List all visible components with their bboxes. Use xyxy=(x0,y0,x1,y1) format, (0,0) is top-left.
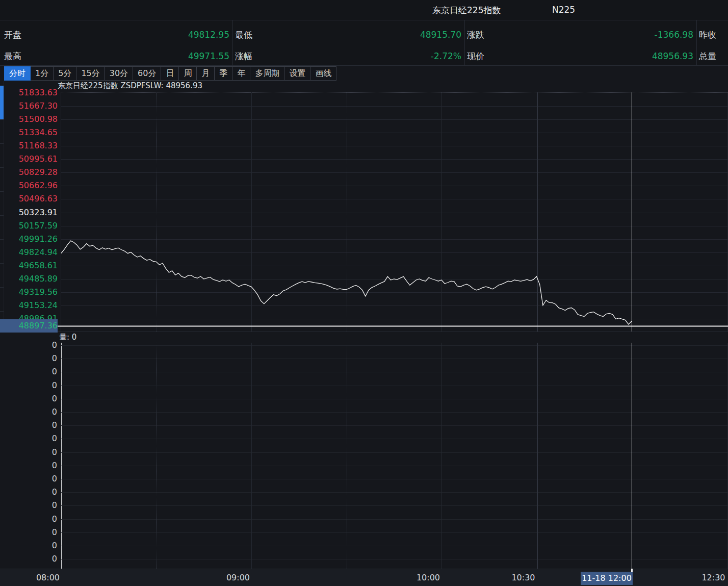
gridline-v xyxy=(251,343,252,569)
period-tab[interactable]: 多周期 xyxy=(250,66,284,81)
period-tab[interactable]: 设置 xyxy=(284,66,310,81)
gridline-h xyxy=(61,345,728,346)
price-pane-top-border xyxy=(61,92,728,93)
period-tab[interactable]: 周 xyxy=(179,66,197,81)
left-scrollbar-segment xyxy=(0,191,4,192)
price-tick-label: 49485.89 xyxy=(0,274,58,284)
volume-pane-left-axis xyxy=(61,343,62,569)
volume-tick-label: 0 xyxy=(0,500,57,511)
gridline-v xyxy=(157,343,157,569)
index-name: 东京日经225指数 xyxy=(432,5,501,16)
quote-field-label: 昨收 xyxy=(699,28,716,41)
period-tab[interactable]: 季 xyxy=(215,66,232,81)
period-tab[interactable]: 画线 xyxy=(310,66,336,81)
volume-tick-label: 0 xyxy=(0,461,57,471)
chart-title-text: 东京日经225指数 ZSDPFSLW: 48956.93 xyxy=(58,81,202,90)
period-tab[interactable]: 分时 xyxy=(4,66,31,81)
volume-value-text: 量: 0 xyxy=(59,333,76,342)
period-tab[interactable]: 年 xyxy=(232,66,250,81)
gridline-h xyxy=(61,146,728,146)
period-tab[interactable]: 30分 xyxy=(105,66,133,81)
gridline-v xyxy=(441,92,442,332)
period-tabbar: 分时1分5分15分30分60分日周月季年多周期设置画线 xyxy=(4,66,336,81)
price-pane-bottom-border xyxy=(0,332,728,332)
volume-tick-label: 0 xyxy=(0,527,57,538)
volume-tick-label: 0 xyxy=(0,514,57,524)
gridline-h xyxy=(61,172,728,173)
price-tick-label: 51334.65 xyxy=(0,128,58,138)
crosshair-time-label: 11-18 12:00 xyxy=(581,572,633,585)
crosshair-axis-tick xyxy=(631,569,633,572)
index-symbol-code: N225 xyxy=(552,5,575,15)
gridline-h xyxy=(61,133,728,133)
price-tick-label: 49153.24 xyxy=(0,300,58,311)
volume-tick-label: 0 xyxy=(0,407,57,417)
price-tick-label: 49824.94 xyxy=(0,247,58,258)
info-divider xyxy=(232,20,233,65)
volume-tick-label: 0 xyxy=(0,353,57,364)
gridline-h xyxy=(61,559,728,559)
period-tab[interactable]: 60分 xyxy=(133,66,161,81)
volume-tick-label: 0 xyxy=(0,474,57,484)
price-tick-label: 49658.61 xyxy=(0,261,58,271)
gridline-h xyxy=(61,479,728,479)
gridline-h xyxy=(61,492,728,493)
gridline-h xyxy=(61,359,728,359)
period-tab[interactable]: 月 xyxy=(197,66,215,81)
volume-tick-label: 0 xyxy=(0,554,57,564)
gridline-v xyxy=(537,92,538,332)
info-divider xyxy=(696,20,697,65)
time-tick-label: 08:00 xyxy=(36,573,60,583)
price-tick-label: 49319.56 xyxy=(0,287,58,297)
gridline-v xyxy=(251,92,252,332)
price-tick-label: 51667.30 xyxy=(0,101,58,111)
gridline-h xyxy=(61,439,728,439)
quote-field-value: 49971.55 xyxy=(35,49,229,63)
gridline-h xyxy=(61,386,728,386)
time-tick-label: 10:30 xyxy=(511,573,535,583)
gridline-v xyxy=(727,343,727,569)
volume-tick-label: 0 xyxy=(0,447,57,457)
price-tick-label: 50662.96 xyxy=(0,181,58,191)
volume-tick-label: 0 xyxy=(0,340,57,350)
gridline-h xyxy=(61,466,728,466)
crosshair-price-text: 48897.36 xyxy=(19,321,58,330)
gridline-h xyxy=(61,119,728,120)
volume-tick-label: 0 xyxy=(0,420,57,430)
quote-field-label: 现价 xyxy=(467,49,484,63)
gridline-h xyxy=(61,452,728,453)
price-tick-label: 51168.33 xyxy=(0,141,58,151)
volume-indicator-label: 量: 0 xyxy=(59,333,76,342)
price-tick-label: 50157.59 xyxy=(0,221,58,231)
gridline-h xyxy=(61,199,728,199)
volume-tick-label: 0 xyxy=(0,487,57,497)
crosshair-time-text: 11-18 12:00 xyxy=(582,573,632,583)
quote-field-value: 49812.95 xyxy=(35,28,229,41)
volume-tick-label: 0 xyxy=(0,541,57,551)
price-tick-label: 51833.63 xyxy=(0,88,58,98)
gridline-v xyxy=(441,343,442,569)
crosshair-price-label: 48897.36 xyxy=(0,319,58,333)
volume-tick-label: 0 xyxy=(0,367,57,377)
volume-tick-label: 0 xyxy=(0,434,57,444)
gridline-h xyxy=(61,239,728,240)
period-tab[interactable]: 5分 xyxy=(54,66,76,81)
gridline-h xyxy=(61,372,728,372)
gridline-h xyxy=(61,505,728,506)
time-axis-bar: 11-18 12:00 08:0009:0010:0010:3012:30 xyxy=(0,569,728,586)
info-divider xyxy=(464,20,465,65)
gridline-h xyxy=(61,186,728,186)
period-tab[interactable]: 日 xyxy=(161,66,179,81)
price-tick-label: 50496.63 xyxy=(0,194,58,204)
gridline-h xyxy=(61,399,728,399)
price-tick-label: 51500.98 xyxy=(0,114,58,124)
price-tick-label: 50323.91 xyxy=(0,208,58,218)
quote-field-value: -1366.98 xyxy=(498,28,693,41)
gridline-h xyxy=(61,319,728,319)
volume-tick-label: 0 xyxy=(0,394,57,404)
period-tab[interactable]: 1分 xyxy=(31,66,54,81)
period-tab[interactable]: 15分 xyxy=(76,66,105,81)
gridline-v xyxy=(537,343,538,569)
gridline-v xyxy=(347,92,347,332)
quote-field-label: 最低 xyxy=(235,28,252,41)
